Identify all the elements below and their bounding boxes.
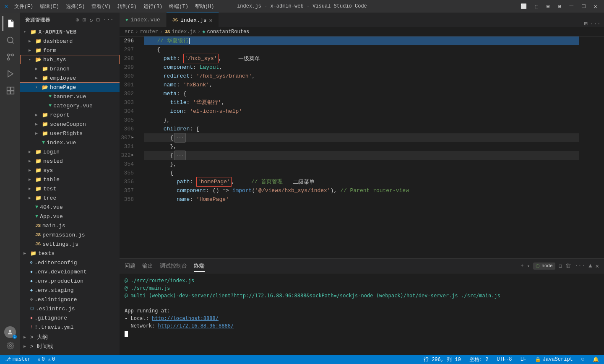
indentation-status[interactable]: 空格: 2	[468, 356, 490, 363]
sidebar-item-login[interactable]: ▶ 📁 login	[20, 147, 120, 156]
sidebar-item-homepage[interactable]: ▾ 📂 homePage	[20, 83, 120, 92]
search-icon[interactable]	[3, 33, 18, 48]
svg-rect-8	[7, 87, 10, 91]
sidebar-item-eslintrc[interactable]: ▶ ⬡ .eslintrc.js	[20, 304, 120, 313]
fold-indicator[interactable]: ···	[174, 133, 186, 143]
sidebar-item-form[interactable]: ▶ 📁 form	[20, 46, 120, 55]
tab-close-icon[interactable]: ✕	[209, 17, 212, 24]
code-line-356: path: 'homePage', // 首页管理二级菜单	[144, 177, 579, 186]
debug-icon[interactable]	[3, 66, 18, 81]
sidebar-item-gitignore[interactable]: ▶ ◆ .gitignore	[20, 313, 120, 322]
new-folder-icon[interactable]: ⊞	[81, 16, 86, 24]
homepage-label: homePage	[50, 84, 76, 91]
root-folder[interactable]: ▾ 📁 X-ADMIN-WEB	[20, 27, 120, 36]
minimize-button[interactable]: ─	[567, 2, 576, 11]
maximize-button[interactable]: □	[579, 2, 588, 10]
terminal-more-icon[interactable]: ···	[575, 263, 585, 269]
sidebar-item-scene-coupon[interactable]: ▶ 📁 sceneCoupon	[20, 120, 120, 129]
sidebar-item-table[interactable]: ▶ 📁 table	[20, 175, 120, 184]
terminal-close-icon[interactable]: ✕	[596, 263, 599, 270]
layout-icon3[interactable]: ⊞	[544, 3, 552, 10]
menu-terminal[interactable]: 终端(T)	[167, 2, 191, 11]
encoding-status[interactable]: UTF-8	[495, 356, 513, 362]
chevron-down-icon[interactable]: ▾	[527, 263, 530, 269]
code-text	[144, 125, 164, 133]
sidebar-item-env-staging[interactable]: ▶ ◆ .env.staging	[20, 286, 120, 295]
sidebar-item-hxb-sys[interactable]: ▾ 📂 hxb_sys	[20, 55, 120, 64]
sidebar-item-outline[interactable]: ▶ > 大纲	[20, 333, 120, 342]
more-icon[interactable]: ···	[102, 16, 115, 24]
code-text: {	[170, 151, 173, 160]
tab-index-js[interactable]: JS index.js ✕	[167, 13, 219, 27]
menu-run[interactable]: 运行(R)	[141, 2, 165, 11]
position-label: 行 296, 列 10	[424, 356, 461, 363]
sidebar-item-timeline[interactable]: ▶ > 时间线	[20, 342, 120, 351]
sidebar-item-user-rights[interactable]: ▶ 📁 userRights	[20, 129, 120, 138]
collapse-icon[interactable]: ⊟	[95, 16, 100, 24]
tab-debug-console[interactable]: 调试控制台	[160, 260, 187, 271]
sidebar-item-branch[interactable]: ▶ 📁 branch	[20, 64, 120, 73]
sidebar-item-tests[interactable]: ▶ 📁 tests	[20, 249, 120, 258]
sidebar-item-404-vue[interactable]: ▶ ▼ 404.vue	[20, 203, 120, 212]
split-editor-icon[interactable]: ⊞	[584, 20, 587, 27]
sidebar-item-eslintignore[interactable]: ▶ ⊘ .eslintignore	[20, 295, 120, 304]
network-url-link[interactable]: http://172.16.88.96:8888/	[158, 323, 234, 329]
layout-icon4[interactable]: ⊟	[555, 3, 563, 10]
sidebar-item-sys[interactable]: ▶ 📁 sys	[20, 166, 120, 175]
close-button[interactable]: ✕	[591, 2, 600, 11]
sidebar-item-banner-vue[interactable]: ▶ ▼ banner.vue	[20, 92, 120, 101]
notification-icon[interactable]: 🔔	[591, 356, 601, 363]
sidebar-item-env-dev[interactable]: ▶ ◆ .env.development	[20, 267, 120, 276]
tab-problems[interactable]: 问题	[125, 260, 135, 271]
menu-view[interactable]: 查看(V)	[89, 2, 113, 11]
sidebar-item-app-vue[interactable]: ▶ ▼ App.vue	[20, 212, 120, 221]
sidebar-item-test[interactable]: ▶ 📁 test	[20, 184, 120, 193]
layout-icon2[interactable]: ⬚	[533, 3, 541, 10]
sidebar-item-index-vue[interactable]: ▶ ▼ index.vue	[20, 138, 120, 147]
sidebar-item-env-prod[interactable]: ▶ ◆ .env.production	[20, 276, 120, 286]
settings-icon[interactable]	[4, 340, 16, 351]
menu-select[interactable]: 选择(S)	[63, 2, 88, 11]
account-icon[interactable]: 1	[4, 326, 16, 338]
sidebar-item-dashboard[interactable]: ▶ 📁 dashboard	[20, 36, 120, 46]
error-warning-status[interactable]: ✕ 0 ⚠ 0	[37, 356, 55, 363]
sidebar-item-nested[interactable]: ▶ 📁 nested	[20, 156, 120, 166]
terminal-trash-icon[interactable]: 🗑	[565, 263, 571, 269]
local-url-link[interactable]: http://localhost:8888/	[152, 315, 219, 321]
terminal-layout-icon[interactable]: ⊟	[559, 263, 562, 270]
sidebar-item-permission-js[interactable]: ▶ JS permission.js	[20, 230, 120, 239]
cursor-position[interactable]: 行 296, 列 10	[422, 356, 463, 363]
git-branch-status[interactable]: ⎇ master	[3, 356, 32, 363]
code-content[interactable]: // 华夏银行 { path: '/hxb_sys', 一级菜单	[141, 36, 579, 258]
code-editor[interactable]: 296 297 298 299 300 301 302 303 304 305 …	[120, 36, 604, 258]
new-file-icon[interactable]: ⊕	[75, 16, 80, 24]
feedback-icon[interactable]: ☺	[580, 356, 586, 362]
explorer-icon[interactable]	[3, 16, 18, 31]
terminal-up-icon[interactable]: ▲	[588, 263, 592, 269]
tab-index-vue[interactable]: ▼ index.vue	[120, 13, 167, 27]
tab-terminal[interactable]: 终端	[194, 260, 205, 272]
fold-indicator-2[interactable]: ···	[174, 151, 186, 160]
sidebar-item-employee[interactable]: ▶ 📁 employee	[20, 73, 120, 83]
sidebar-item-travis[interactable]: ▶ ! !.travis.yml	[20, 322, 120, 332]
sidebar-item-settings-js[interactable]: ▶ JS settings.js	[20, 239, 120, 249]
sidebar-item-tree[interactable]: ▶ 📁 tree	[20, 193, 120, 203]
language-status[interactable]: 🔒 JavaScript	[533, 356, 575, 363]
sidebar-item-editorconfig[interactable]: ▶ ⚙ .editorconfig	[20, 258, 120, 267]
cursor-block	[125, 331, 128, 337]
tab-output[interactable]: 输出	[142, 260, 153, 271]
more-actions-icon[interactable]: ···	[590, 21, 601, 27]
sidebar-item-report[interactable]: ▶ 📁 report	[20, 110, 120, 120]
git-icon[interactable]	[3, 49, 18, 65]
menu-file[interactable]: 文件(F)	[12, 2, 36, 11]
layout-icon[interactable]: ⬜	[518, 3, 529, 10]
sidebar-item-main-js[interactable]: ▶ JS main.js	[20, 221, 120, 230]
menu-help[interactable]: 帮助(H)	[193, 2, 217, 11]
menu-edit[interactable]: 编辑(E)	[37, 2, 62, 11]
code-text	[144, 151, 170, 160]
sidebar-item-category-vue[interactable]: ▶ ▼ category.vue	[20, 101, 120, 110]
refresh-icon[interactable]: ↻	[89, 16, 94, 24]
line-ending-status[interactable]: LF	[518, 356, 528, 362]
menu-goto[interactable]: 转到(G)	[115, 2, 139, 11]
extensions-icon[interactable]	[3, 83, 18, 98]
